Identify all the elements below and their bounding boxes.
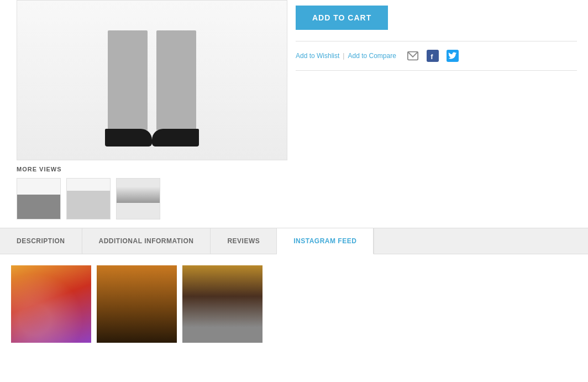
instagram-grid <box>11 265 577 343</box>
svg-text:f: f <box>431 53 433 61</box>
main-product-image <box>17 0 287 160</box>
product-links: Add to Wishlist | Add to Compare <box>296 41 577 71</box>
thumbnail-row <box>17 178 274 219</box>
thumbnail-3[interactable] <box>116 178 160 219</box>
ig-photo-content-3 <box>182 265 262 343</box>
tab-description[interactable]: DESCRIPTION <box>0 228 82 254</box>
more-views-section: MORE VIEWS <box>0 160 290 228</box>
tab-content-instagram <box>0 254 588 354</box>
thumbnail-1[interactable] <box>17 178 61 219</box>
social-icons: f <box>405 48 460 64</box>
more-views-label: MORE VIEWS <box>17 166 274 172</box>
facebook-share-icon[interactable]: f <box>425 48 440 64</box>
tab-bar: DESCRIPTION ADDITIONAL INFORMATION REVIE… <box>0 228 588 254</box>
pant-leg-left <box>108 30 148 130</box>
tab-reviews[interactable]: REVIEWS <box>211 228 277 254</box>
instagram-photo-3[interactable] <box>182 265 262 343</box>
shoe-right <box>152 129 199 146</box>
instagram-photo-1[interactable] <box>11 265 91 343</box>
tab-instagram-feed[interactable]: INSTAGRAM FEED <box>277 228 374 254</box>
thumb-figure-3 <box>117 179 160 219</box>
instagram-photo-2[interactable] <box>97 265 177 343</box>
tab-spacer <box>374 228 588 254</box>
shoe-left <box>105 129 152 146</box>
product-illustration <box>17 1 287 160</box>
thumb-figure-2 <box>67 179 110 219</box>
product-actions-column: ADD TO CART Add to Wishlist | Add to Com… <box>290 0 588 228</box>
add-to-cart-button[interactable]: ADD TO CART <box>296 6 388 30</box>
link-divider: | <box>343 52 344 60</box>
page-wrapper: MORE VIEWS ADD TO CART Add to W <box>0 0 588 382</box>
email-share-icon[interactable] <box>405 48 421 64</box>
tab-additional-info[interactable]: ADDITIONAL INFORMATION <box>82 228 211 254</box>
pants-figure <box>102 14 202 146</box>
thumb-figure-1 <box>17 179 60 219</box>
product-image-column: MORE VIEWS <box>0 0 290 228</box>
ig-photo-content-2 <box>97 265 177 343</box>
pant-leg-right <box>156 30 196 130</box>
add-to-wishlist-link[interactable]: Add to Wishlist <box>296 52 339 60</box>
tabs-section: DESCRIPTION ADDITIONAL INFORMATION REVIE… <box>0 228 588 354</box>
twitter-share-icon[interactable] <box>445 48 460 64</box>
product-section: MORE VIEWS ADD TO CART Add to W <box>0 0 588 228</box>
add-to-compare-link[interactable]: Add to Compare <box>348 52 396 60</box>
thumbnail-2[interactable] <box>66 178 111 219</box>
ig-photo-content-1 <box>11 265 91 343</box>
